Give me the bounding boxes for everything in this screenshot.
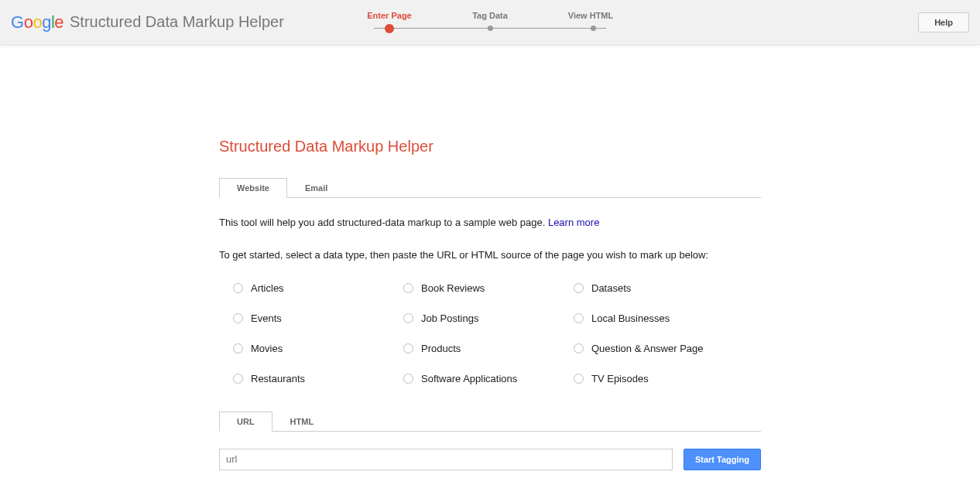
radio-label: Software Applications — [421, 373, 517, 384]
url-input[interactable] — [219, 449, 673, 470]
radio-label: Job Postings — [421, 313, 478, 324]
progress-stepper: Enter Page Tag Data View HTML — [358, 11, 622, 32]
google-logo: Google — [11, 12, 63, 32]
radio-icon — [574, 313, 584, 323]
radio-tv-episodes[interactable]: TV Episodes — [574, 373, 744, 384]
tab-website[interactable]: Website — [219, 178, 287, 198]
start-tagging-button[interactable]: Start Tagging — [684, 449, 761, 470]
radio-book-reviews[interactable]: Book Reviews — [403, 282, 574, 294]
learn-more-link[interactable]: Learn more — [548, 217, 599, 228]
radio-label: Movies — [251, 343, 283, 354]
radio-datasets[interactable]: Datasets — [574, 282, 744, 294]
main-content: Structured Data Markup Helper Website Em… — [219, 138, 761, 470]
help-button[interactable]: Help — [918, 12, 969, 32]
radio-job-postings[interactable]: Job Postings — [403, 313, 574, 324]
data-type-grid: Articles Book Reviews Datasets Events Jo… — [233, 282, 761, 384]
tab-html[interactable]: HTML — [272, 412, 332, 432]
radio-label: Products — [421, 343, 461, 354]
radio-label: Question & Answer Page — [591, 343, 704, 354]
radio-label: Articles — [251, 282, 284, 294]
source-tabs: URL HTML — [219, 411, 761, 432]
step-dot — [488, 26, 493, 31]
step-label-view-html: View HTML — [560, 11, 622, 20]
radio-icon — [403, 343, 413, 354]
radio-articles[interactable]: Articles — [233, 282, 403, 294]
radio-icon — [574, 374, 584, 384]
radio-label: Local Businesses — [591, 313, 670, 324]
step-label-enter-page: Enter Page — [358, 11, 420, 20]
radio-label: TV Episodes — [591, 373, 649, 384]
radio-icon — [574, 343, 584, 354]
radio-icon — [233, 343, 243, 354]
step-label-tag-data: Tag Data — [459, 11, 521, 20]
tab-url[interactable]: URL — [219, 412, 272, 432]
radio-qa-page[interactable]: Question & Answer Page — [574, 343, 744, 354]
radio-icon — [233, 374, 243, 384]
radio-label: Book Reviews — [421, 282, 485, 294]
intro-text: This tool will help you add structured-d… — [219, 215, 761, 231]
step-dot — [591, 26, 596, 31]
step-dot-active — [385, 24, 394, 33]
radio-icon — [403, 283, 413, 293]
radio-icon — [403, 313, 413, 323]
radio-icon — [574, 283, 584, 293]
radio-products[interactable]: Products — [403, 343, 574, 354]
input-row: Start Tagging — [219, 449, 761, 470]
radio-label: Datasets — [591, 282, 631, 294]
radio-icon — [233, 313, 243, 323]
radio-icon — [403, 374, 413, 384]
content-type-tabs: Website Email — [219, 177, 761, 198]
radio-label: Events — [251, 313, 282, 324]
radio-movies[interactable]: Movies — [233, 343, 403, 354]
radio-icon — [233, 283, 243, 293]
radio-label: Restaurants — [251, 373, 305, 384]
page-title: Structured Data Markup Helper — [219, 138, 761, 155]
radio-events[interactable]: Events — [233, 313, 403, 324]
tab-email[interactable]: Email — [287, 178, 345, 198]
radio-local-businesses[interactable]: Local Businesses — [574, 313, 744, 324]
instructions-text: To get started, select a data type, then… — [219, 249, 761, 261]
intro-text-span: This tool will help you add structured-d… — [219, 217, 548, 228]
app-title: Structured Data Markup Helper — [70, 13, 284, 31]
radio-software-applications[interactable]: Software Applications — [403, 373, 574, 384]
radio-restaurants[interactable]: Restaurants — [233, 373, 403, 384]
page-header: Google Structured Data Markup Helper Ent… — [0, 0, 980, 45]
